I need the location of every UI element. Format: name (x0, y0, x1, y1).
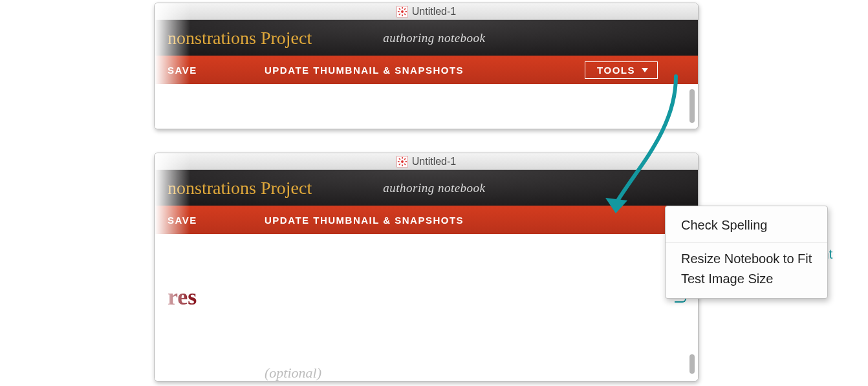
titlebar: Untitled-1 (155, 3, 698, 20)
menu-item-resize-notebook[interactable]: Resize Notebook to Fit (681, 249, 812, 269)
content-area-top (155, 84, 698, 129)
content-area-bottom: res (optional) (155, 234, 698, 381)
svg-rect-8 (404, 13, 406, 15)
menu-item-check-spelling[interactable]: Check Spelling (681, 215, 812, 235)
update-thumbnail-button[interactable]: UPDATE THUMBNAIL & SNAPSHOTS (265, 65, 464, 76)
svg-rect-4 (405, 11, 407, 12)
project-title: nonstrations Project (155, 28, 312, 48)
svg-rect-2 (402, 14, 403, 16)
window-top: Untitled-1 nonstrations Project authorin… (154, 3, 699, 129)
tools-dropdown-button[interactable]: TOOLS (585, 61, 658, 79)
svg-rect-11 (402, 164, 403, 166)
tools-dropdown-menu: Check Spelling Resize Notebook to Fit Te… (665, 206, 828, 299)
svg-rect-5 (404, 8, 406, 10)
notebook-app-icon (396, 156, 408, 167)
svg-rect-14 (404, 158, 406, 160)
svg-rect-12 (398, 161, 400, 162)
svg-rect-6 (398, 13, 400, 15)
scrollbar-thumb[interactable] (689, 354, 695, 374)
notebook-app-icon (396, 6, 408, 17)
window-bottom: Untitled-1 nonstrations Project authorin… (154, 153, 699, 381)
menu-separator (666, 242, 827, 242)
titlebar: Untitled-1 (155, 153, 698, 170)
svg-rect-16 (398, 158, 400, 160)
window-title: Untitled-1 (412, 156, 456, 167)
svg-rect-15 (398, 163, 400, 165)
window-title: Untitled-1 (412, 6, 456, 17)
header-strip: nonstrations Project authoring notebook (155, 170, 698, 206)
toolbar: SAVE UPDATE THUMBNAIL & SNAPSHOTS (155, 206, 698, 234)
header-subtitle: authoring notebook (312, 31, 698, 45)
header-subtitle: authoring notebook (312, 181, 698, 195)
optional-label: (optional) (265, 365, 321, 381)
svg-rect-7 (398, 8, 400, 10)
svg-rect-3 (398, 11, 400, 12)
save-button[interactable]: SAVE (155, 65, 265, 76)
tools-button-label: TOOLS (597, 65, 635, 76)
svg-rect-1 (402, 6, 403, 8)
svg-point-9 (401, 160, 404, 163)
menu-item-test-image-size[interactable]: Test Image Size (681, 269, 812, 289)
section-heading: res (155, 283, 197, 310)
svg-rect-13 (405, 161, 407, 162)
svg-rect-10 (402, 156, 403, 158)
save-button[interactable]: SAVE (155, 215, 265, 226)
toolbar: SAVE UPDATE THUMBNAIL & SNAPSHOTS TOOLS (155, 56, 698, 84)
chevron-down-icon (642, 68, 648, 72)
project-title: nonstrations Project (155, 178, 312, 198)
svg-rect-17 (404, 163, 406, 165)
header-strip: nonstrations Project authoring notebook (155, 20, 698, 56)
scrollbar-thumb[interactable] (689, 89, 695, 123)
update-thumbnail-button[interactable]: UPDATE THUMBNAIL & SNAPSHOTS (265, 215, 464, 226)
svg-point-0 (401, 10, 404, 13)
